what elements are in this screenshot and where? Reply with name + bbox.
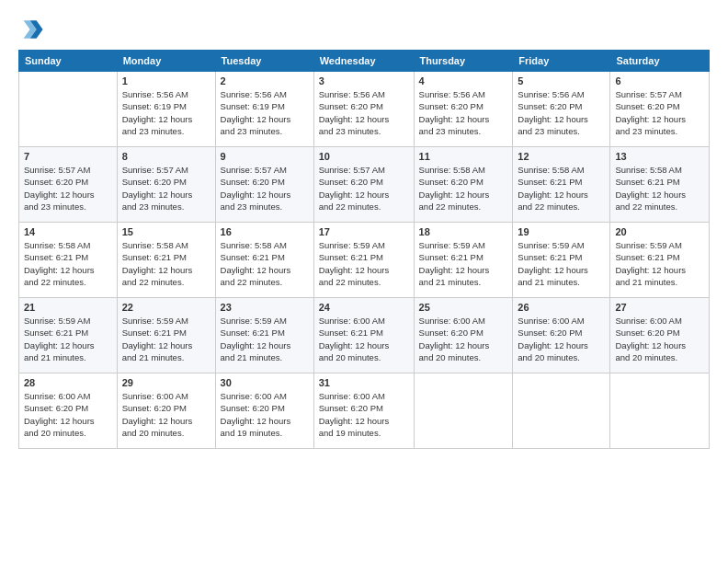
calendar-cell: 13Sunrise: 5:58 AM Sunset: 6:21 PM Dayli… [610,147,710,223]
day-number: 27 [615,302,704,313]
calendar-cell: 7Sunrise: 5:57 AM Sunset: 6:20 PM Daylig… [19,147,118,223]
day-info: Sunrise: 6:00 AM Sunset: 6:20 PM Dayligh… [615,315,704,363]
day-number: 29 [122,377,210,388]
calendar-cell: 20Sunrise: 5:59 AM Sunset: 6:21 PM Dayli… [610,223,710,298]
day-number: 19 [518,226,605,237]
calendar-cell: 4Sunrise: 5:56 AM Sunset: 6:20 PM Daylig… [414,72,513,147]
day-info: Sunrise: 6:00 AM Sunset: 6:20 PM Dayligh… [319,390,409,439]
calendar-cell: 24Sunrise: 6:00 AM Sunset: 6:21 PM Dayli… [313,298,414,373]
day-number: 12 [518,151,605,162]
day-info: Sunrise: 5:59 AM Sunset: 6:21 PM Dayligh… [122,315,210,363]
calendar-week-row: 28Sunrise: 6:00 AM Sunset: 6:20 PM Dayli… [19,373,710,449]
calendar-cell: 21Sunrise: 5:59 AM Sunset: 6:21 PM Dayli… [19,298,118,373]
day-info: Sunrise: 6:00 AM Sunset: 6:20 PM Dayligh… [518,315,605,363]
calendar-table: SundayMondayTuesdayWednesdayThursdayFrid… [18,50,710,449]
calendar-cell [19,72,118,147]
day-number: 14 [24,226,112,237]
day-number: 17 [319,226,409,237]
day-number: 31 [319,377,409,388]
day-number: 7 [24,151,112,162]
calendar-cell: 30Sunrise: 6:00 AM Sunset: 6:20 PM Dayli… [215,373,313,449]
day-number: 21 [24,302,112,313]
day-number: 15 [122,226,210,237]
calendar-cell: 28Sunrise: 6:00 AM Sunset: 6:20 PM Dayli… [19,373,118,449]
calendar-week-row: 1Sunrise: 5:56 AM Sunset: 6:19 PM Daylig… [19,72,710,147]
calendar-header-row: SundayMondayTuesdayWednesdayThursdayFrid… [19,51,710,72]
day-info: Sunrise: 5:56 AM Sunset: 6:20 PM Dayligh… [319,88,409,137]
day-number: 11 [419,151,508,162]
day-info: Sunrise: 5:56 AM Sunset: 6:20 PM Dayligh… [518,88,605,137]
calendar-cell: 19Sunrise: 5:59 AM Sunset: 6:21 PM Dayli… [513,223,610,298]
day-number: 2 [221,75,309,86]
day-info: Sunrise: 5:57 AM Sunset: 6:20 PM Dayligh… [615,88,704,137]
day-number: 1 [122,75,210,86]
day-info: Sunrise: 6:00 AM Sunset: 6:20 PM Dayligh… [419,315,508,363]
day-info: Sunrise: 6:00 AM Sunset: 6:21 PM Dayligh… [319,315,409,363]
calendar-cell: 23Sunrise: 5:59 AM Sunset: 6:21 PM Dayli… [215,298,313,373]
day-info: Sunrise: 5:56 AM Sunset: 6:19 PM Dayligh… [122,88,210,137]
weekday-header: Wednesday [313,51,414,72]
calendar-cell: 5Sunrise: 5:56 AM Sunset: 6:20 PM Daylig… [513,72,610,147]
calendar-cell: 25Sunrise: 6:00 AM Sunset: 6:20 PM Dayli… [414,298,513,373]
logo-icon [18,17,44,42]
day-number: 22 [122,302,210,313]
day-info: Sunrise: 6:00 AM Sunset: 6:20 PM Dayligh… [122,390,210,439]
day-info: Sunrise: 5:58 AM Sunset: 6:21 PM Dayligh… [615,164,704,213]
weekday-header: Tuesday [215,51,313,72]
calendar-cell: 11Sunrise: 5:58 AM Sunset: 6:20 PM Dayli… [414,147,513,223]
day-info: Sunrise: 5:58 AM Sunset: 6:21 PM Dayligh… [221,239,309,288]
day-number: 24 [319,302,409,313]
day-number: 20 [615,226,704,237]
day-number: 8 [122,151,210,162]
calendar-cell: 26Sunrise: 6:00 AM Sunset: 6:20 PM Dayli… [513,298,610,373]
day-number: 5 [518,75,605,86]
day-info: Sunrise: 5:59 AM Sunset: 6:21 PM Dayligh… [24,315,112,363]
day-info: Sunrise: 5:56 AM Sunset: 6:19 PM Dayligh… [221,88,309,137]
day-info: Sunrise: 5:58 AM Sunset: 6:20 PM Dayligh… [419,164,508,213]
calendar-week-row: 7Sunrise: 5:57 AM Sunset: 6:20 PM Daylig… [19,147,710,223]
day-info: Sunrise: 5:59 AM Sunset: 6:21 PM Dayligh… [221,315,309,363]
calendar-cell [610,373,710,449]
day-number: 6 [615,75,704,86]
day-info: Sunrise: 5:57 AM Sunset: 6:20 PM Dayligh… [221,164,309,213]
calendar-cell: 1Sunrise: 5:56 AM Sunset: 6:19 PM Daylig… [117,72,215,147]
calendar-week-row: 21Sunrise: 5:59 AM Sunset: 6:21 PM Dayli… [19,298,710,373]
calendar-cell: 17Sunrise: 5:59 AM Sunset: 6:21 PM Dayli… [313,223,414,298]
day-info: Sunrise: 5:57 AM Sunset: 6:20 PM Dayligh… [319,164,409,213]
logo [18,17,48,42]
day-info: Sunrise: 6:00 AM Sunset: 6:20 PM Dayligh… [24,390,112,439]
weekday-header: Saturday [610,51,710,72]
day-number: 3 [319,75,409,86]
calendar-cell: 10Sunrise: 5:57 AM Sunset: 6:20 PM Dayli… [313,147,414,223]
calendar-cell [513,373,610,449]
day-info: Sunrise: 5:59 AM Sunset: 6:21 PM Dayligh… [419,239,508,288]
day-number: 9 [221,151,309,162]
day-info: Sunrise: 5:57 AM Sunset: 6:20 PM Dayligh… [122,164,210,213]
calendar-week-row: 14Sunrise: 5:58 AM Sunset: 6:21 PM Dayli… [19,223,710,298]
day-number: 10 [319,151,409,162]
calendar-cell [414,373,513,449]
calendar-cell: 14Sunrise: 5:58 AM Sunset: 6:21 PM Dayli… [19,223,118,298]
day-number: 23 [221,302,309,313]
calendar-cell: 27Sunrise: 6:00 AM Sunset: 6:20 PM Dayli… [610,298,710,373]
day-number: 25 [419,302,508,313]
calendar-cell: 15Sunrise: 5:58 AM Sunset: 6:21 PM Dayli… [117,223,215,298]
day-info: Sunrise: 5:56 AM Sunset: 6:20 PM Dayligh… [419,88,508,137]
weekday-header: Monday [117,51,215,72]
calendar-cell: 3Sunrise: 5:56 AM Sunset: 6:20 PM Daylig… [313,72,414,147]
weekday-header: Friday [513,51,610,72]
day-number: 16 [221,226,309,237]
calendar-cell: 18Sunrise: 5:59 AM Sunset: 6:21 PM Dayli… [414,223,513,298]
day-info: Sunrise: 5:59 AM Sunset: 6:21 PM Dayligh… [518,239,605,288]
day-info: Sunrise: 6:00 AM Sunset: 6:20 PM Dayligh… [221,390,309,439]
day-number: 26 [518,302,605,313]
day-info: Sunrise: 5:59 AM Sunset: 6:21 PM Dayligh… [615,239,704,288]
calendar-cell: 9Sunrise: 5:57 AM Sunset: 6:20 PM Daylig… [215,147,313,223]
page-header [18,17,710,42]
calendar-cell: 29Sunrise: 6:00 AM Sunset: 6:20 PM Dayli… [117,373,215,449]
day-number: 18 [419,226,508,237]
day-info: Sunrise: 5:58 AM Sunset: 6:21 PM Dayligh… [518,164,605,213]
weekday-header: Sunday [19,51,118,72]
day-info: Sunrise: 5:58 AM Sunset: 6:21 PM Dayligh… [24,239,112,288]
day-info: Sunrise: 5:57 AM Sunset: 6:20 PM Dayligh… [24,164,112,213]
